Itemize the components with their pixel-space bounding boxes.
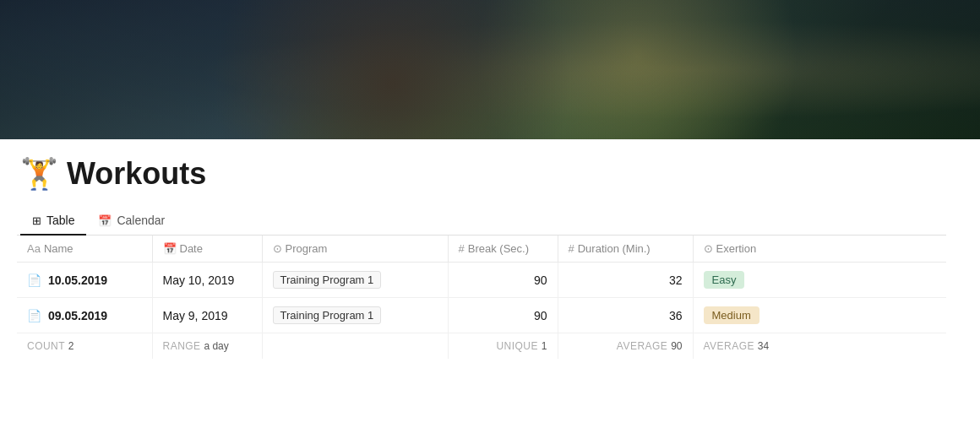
table-row[interactable]: 📄10.05.2019May 10, 2019Training Program … [17,263,946,298]
exertion-badge: Easy [704,271,745,289]
program-tag: Training Program 1 [273,306,382,324]
row-date: May 10, 2019 [152,263,262,298]
col-header-name: AaName [17,236,152,263]
table-header-row: AaName 📅Date ⊙Program #Break (Sec.) #Dur… [17,236,946,263]
row-program: Training Program 1 [262,298,448,333]
summary-row: COUNT 2 RANGE a day UNIQUE 1 AVERAGE 90 … [17,333,946,360]
name-cell: 📄09.05.2019 [27,309,142,322]
summary-duration: AVERAGE 90 [558,333,693,360]
doc-icon: 📄 [27,309,41,322]
tabs-row: ⊞ Table 📅 Calendar [17,207,946,236]
tab-calendar[interactable]: 📅 Calendar [86,207,177,236]
program-tag: Training Program 1 [273,271,382,289]
page-content: 🏋️ Workouts ⊞ Table 📅 Calendar AaName 📅D… [0,139,980,376]
row-name: 09.05.2019 [48,309,107,322]
row-program: Training Program 1 [262,263,448,298]
row-break: 90 [448,263,558,298]
tab-table-label: Table [46,214,74,227]
row-duration: 32 [558,263,693,298]
row-name: 10.05.2019 [48,273,107,287]
summary-exertion: AVERAGE 34 [693,333,946,360]
page-title: Workouts [67,156,206,192]
table-row[interactable]: 📄09.05.2019May 9, 2019Training Program 1… [17,298,946,333]
summary-name: COUNT 2 [17,333,152,360]
row-date: May 9, 2019 [152,298,262,333]
data-table: AaName 📅Date ⊙Program #Break (Sec.) #Dur… [17,236,946,359]
page-title-row: 🏋️ Workouts [17,156,946,192]
exertion-badge: Medium [704,306,760,324]
col-header-exertion: ⊙Exertion [693,236,946,263]
hero-banner [0,0,980,139]
page-emoji: 🏋️ [20,159,58,189]
table-icon: ⊞ [32,214,41,227]
col-header-date: 📅Date [152,236,262,263]
row-break: 90 [448,298,558,333]
row-exertion: Easy [693,263,946,298]
name-cell: 📄10.05.2019 [27,273,142,287]
col-header-program: ⊙Program [262,236,448,263]
calendar-icon: 📅 [98,214,112,227]
tab-calendar-label: Calendar [117,214,165,227]
row-exertion: Medium [693,298,946,333]
col-header-break: #Break (Sec.) [448,236,558,263]
summary-date: RANGE a day [152,333,262,360]
row-duration: 36 [558,298,693,333]
summary-program [262,333,448,360]
tab-table[interactable]: ⊞ Table [20,207,86,236]
summary-break: UNIQUE 1 [448,333,558,360]
col-header-duration: #Duration (Min.) [558,236,693,263]
doc-icon: 📄 [27,273,41,287]
